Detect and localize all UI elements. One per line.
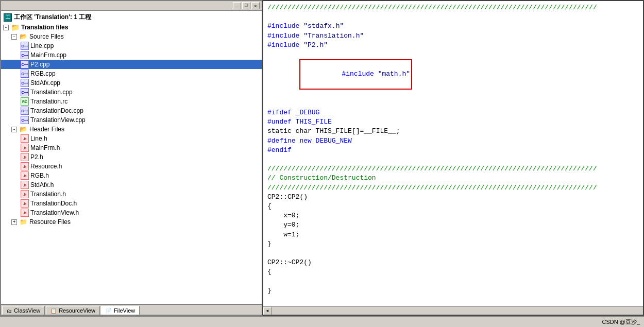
cpp-icon: C++ <box>21 42 29 50</box>
expand-translation-files[interactable]: - <box>3 25 9 30</box>
workspace-icon: 工 <box>3 13 12 22</box>
cpp-icon: C++ <box>21 116 29 124</box>
code-line-blank6 <box>267 296 639 305</box>
file-translationview-h[interactable]: .h TranslationView.h <box>1 208 262 217</box>
expand-resource-files[interactable]: + <box>11 219 17 225</box>
file-translation-cpp[interactable]: C++ Translation.cpp <box>1 88 262 97</box>
file-line-h[interactable]: .h Line.h <box>1 134 262 143</box>
workspace-icon-img: 工 <box>4 13 12 22</box>
code-line-include4-highlighted: #include "math.h" <box>267 50 639 99</box>
file-name: P2.cpp <box>30 61 49 68</box>
classview-icon: 🗂 <box>7 308 12 314</box>
resource-files-group[interactable]: + 📁 Resource Files <box>1 217 262 227</box>
tab-resourceview-label: ResourceView <box>59 307 95 314</box>
file-translationdoc-h[interactable]: .h TranslationDoc.h <box>1 199 262 208</box>
file-translation-h[interactable]: .h Translation.h <box>1 190 262 199</box>
highlighted-include: #include "math.h" <box>299 59 412 90</box>
h-icon: .h <box>21 134 29 143</box>
resource-folder-icon: 📁 <box>19 218 28 226</box>
header-folder-icon: 📂 <box>19 125 28 133</box>
source-folder-icon: 📂 <box>19 32 28 41</box>
scroll-left-button[interactable]: ◄ <box>263 307 272 315</box>
code-content[interactable]: ////////////////////////////////////////… <box>263 1 643 306</box>
tab-resourceview[interactable]: 📋 ResourceView <box>46 306 100 315</box>
code-line-comment3: ////////////////////////////////////////… <box>267 183 639 193</box>
status-bar: CSDN @豆沙_ <box>0 316 644 327</box>
folder-icon: 📁 <box>10 23 20 31</box>
source-files-label: Source Files <box>29 33 64 40</box>
file-rgb-cpp[interactable]: C++ RGB.cpp <box>1 69 262 78</box>
minimize-button[interactable]: _ <box>233 2 241 9</box>
code-line-y: y=0; <box>267 220 639 230</box>
cpp-icon: C++ <box>21 88 29 96</box>
tab-classview-label: ClassView <box>14 307 40 314</box>
source-files-group[interactable]: - 📂 Source Files <box>1 32 262 41</box>
scroll-track[interactable] <box>272 307 643 315</box>
expand-source-files[interactable]: - <box>11 34 17 40</box>
code-line-destructor-decl: CP2::~CP2() <box>267 258 639 267</box>
maximize-button[interactable]: □ <box>242 2 250 9</box>
file-name: RGB.h <box>30 172 49 179</box>
file-name: Line.h <box>30 135 47 142</box>
code-line-blank <box>267 12 639 22</box>
h-icon: .h <box>21 144 29 152</box>
code-line-blank5 <box>267 277 639 286</box>
file-name: TranslationDoc.cpp <box>30 107 83 114</box>
header-files-group[interactable]: - 📂 Header Files <box>1 125 262 134</box>
file-name: Line.cpp <box>30 42 54 49</box>
horizontal-scrollbar[interactable]: ◄ <box>263 306 643 315</box>
file-name: TranslationDoc.h <box>30 200 77 207</box>
cpp-icon: C++ <box>21 107 29 115</box>
file-tree: 工 工作区 'Translation': 1 工程 - 📁 Translatio… <box>1 11 262 304</box>
file-translationview-cpp[interactable]: C++ TranslationView.cpp <box>1 115 262 125</box>
code-line-close-brace2: } <box>267 286 639 296</box>
code-line-x: x=0; <box>267 211 639 220</box>
close-button[interactable]: ✕ <box>251 2 260 9</box>
file-name: P2.h <box>30 153 43 161</box>
resourceview-icon: 📋 <box>50 308 57 314</box>
file-name: MainFrm.cpp <box>30 51 66 59</box>
file-name: Translation.h <box>30 191 66 198</box>
file-mainfrm-h[interactable]: .h MainFrm.h <box>1 143 262 152</box>
translation-files-root[interactable]: - 📁 Translation files <box>1 23 262 32</box>
file-p2-cpp[interactable]: C++ P2.cpp <box>1 60 262 69</box>
file-stdafx-h[interactable]: .h StdAfx.h <box>1 180 262 190</box>
file-rgb-h[interactable]: .h RGB.h <box>1 171 262 180</box>
file-translationdoc-cpp[interactable]: C++ TranslationDoc.cpp <box>1 106 262 115</box>
code-line-1: ////////////////////////////////////////… <box>267 3 639 12</box>
code-line-define: #define new DEBUG_NEW <box>267 136 639 146</box>
h-icon: .h <box>21 190 29 198</box>
titlebar: _ □ ✕ <box>1 1 262 11</box>
file-name: Translation.cpp <box>30 89 73 96</box>
file-line-cpp[interactable]: C++ Line.cpp <box>1 41 262 50</box>
expand-header-files[interactable]: - <box>11 127 17 132</box>
cpp-icon: C++ <box>21 79 29 87</box>
tab-classview[interactable]: 🗂 ClassView <box>2 306 45 315</box>
file-name: TranslationView.cpp <box>30 116 86 124</box>
code-line-endif: #endif <box>267 146 639 155</box>
code-editor: ////////////////////////////////////////… <box>263 0 644 316</box>
file-name: Resource.h <box>30 163 62 170</box>
resource-files-label: Resource Files <box>29 218 71 226</box>
file-translation-rc[interactable]: RC Translation.rc <box>1 97 262 106</box>
header-files-label: Header Files <box>29 126 64 133</box>
file-p2-h[interactable]: .h P2.h <box>1 152 262 162</box>
code-line-include3: #include "P2.h" <box>267 41 639 50</box>
h-icon: .h <box>21 199 29 208</box>
code-line-comment2: // Construction/Destruction <box>267 174 639 183</box>
left-panel: _ □ ✕ 工 工作区 'Translation': 1 工程 - 📁 Tran… <box>0 0 263 316</box>
code-line-include2: #include "Translation.h" <box>267 31 639 41</box>
file-resource-h[interactable]: .h Resource.h <box>1 162 262 171</box>
code-line-include1: #include "stdafx.h" <box>267 22 639 31</box>
code-line-static: static char THIS_FILE[]=__FILE__; <box>267 127 639 136</box>
code-line-comment1: ////////////////////////////////////////… <box>267 164 639 174</box>
file-mainfrm-cpp[interactable]: C++ MainFrm.cpp <box>1 50 262 60</box>
fileview-icon: 📄 <box>106 308 112 314</box>
workspace-root[interactable]: 工 工作区 'Translation': 1 工程 <box>1 12 262 23</box>
h-icon: .h <box>21 153 29 161</box>
code-line-undef: #undef THIS_FILE <box>267 117 639 127</box>
workspace-title: 工作区 'Translation': 1 工程 <box>14 13 91 22</box>
tab-fileview[interactable]: 📄 FileView <box>101 306 140 315</box>
file-name: MainFrm.h <box>30 144 60 151</box>
file-stdafx-cpp[interactable]: C++ StdAfx.cpp <box>1 78 262 88</box>
